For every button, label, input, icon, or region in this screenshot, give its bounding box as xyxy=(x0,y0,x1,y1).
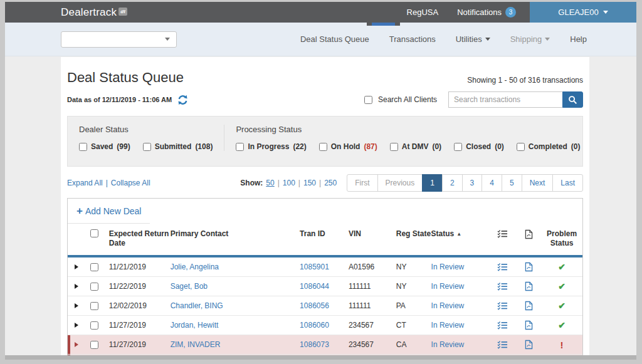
pdf-icon[interactable] xyxy=(525,301,533,311)
primary-contact-link[interactable]: Jordan, Hewitt xyxy=(171,321,219,330)
page-size-50[interactable]: 50 xyxy=(266,179,274,187)
primary-contact-link[interactable]: Saget, Bob xyxy=(171,282,208,291)
pdf-icon[interactable] xyxy=(525,340,533,350)
problem-status-ok-icon xyxy=(558,301,566,311)
filter-closed[interactable]: Closed (0) xyxy=(454,142,504,151)
page-size-150[interactable]: 150 xyxy=(303,179,316,187)
at-dmv-checkbox[interactable] xyxy=(390,143,398,151)
notifications-link[interactable]: Notifications 3 xyxy=(457,7,516,18)
nav-deal-status-queue[interactable]: Deal Status Queue xyxy=(300,34,369,44)
closed-checkbox[interactable] xyxy=(454,143,462,151)
pagination-last[interactable]: Last xyxy=(552,174,583,192)
checklist-icon[interactable] xyxy=(497,263,508,271)
row-checkbox[interactable] xyxy=(90,283,98,291)
tran-id-link[interactable]: 1085901 xyxy=(300,263,329,271)
primary-contact-link[interactable]: Chandler, BING xyxy=(171,301,223,310)
primary-contact-link[interactable]: ZIM, INVADER xyxy=(171,340,221,349)
pagination-page-5[interactable]: 5 xyxy=(502,174,522,192)
in-progress-checkbox[interactable] xyxy=(236,143,244,151)
expand-row-icon[interactable] xyxy=(75,323,78,328)
checklist-icon[interactable] xyxy=(497,301,508,310)
nav-shipping[interactable]: Shipping xyxy=(510,34,550,44)
submitted-checkbox[interactable] xyxy=(143,143,151,151)
filter-at-dmv[interactable]: At DMV (0) xyxy=(390,142,441,151)
checklist-icon[interactable] xyxy=(497,340,508,349)
dealer-status-section: Dealer Status Saved (99) Submitted (108) xyxy=(68,125,224,151)
reg-state-value: PA xyxy=(396,301,431,310)
processing-status-section: Processing Status In Progress (22) On Ho… xyxy=(224,125,589,151)
header-expected-return-date[interactable]: Expected Return Date xyxy=(109,229,171,248)
primary-contact-link[interactable]: Jolie, Angelina xyxy=(171,263,219,271)
filter-saved[interactable]: Saved (99) xyxy=(79,142,130,151)
data-as-of-text: Data as of 12/11/2019 - 11:06 AM xyxy=(67,96,172,103)
tran-id-link[interactable]: 1086060 xyxy=(300,321,329,330)
nav-help[interactable]: Help xyxy=(570,34,587,44)
checklist-icon[interactable] xyxy=(497,282,508,291)
pagination-page-3[interactable]: 3 xyxy=(462,174,483,192)
search-input[interactable] xyxy=(448,91,562,108)
filter-submitted[interactable]: Submitted (108) xyxy=(143,142,213,151)
search-all-clients-checkbox[interactable] xyxy=(364,96,372,104)
status-link[interactable]: In Review xyxy=(431,301,465,310)
header-reg-state[interactable]: Reg State xyxy=(396,229,431,239)
collapse-all-link[interactable]: Collapse All xyxy=(111,179,150,187)
pagination-page-2[interactable]: 2 xyxy=(442,174,463,192)
header-vin[interactable]: VIN xyxy=(349,229,396,239)
dealertrack-logo[interactable]: Dealertrack dt xyxy=(61,6,127,19)
pagination-previous[interactable]: Previous xyxy=(377,174,423,192)
status-link[interactable]: In Review xyxy=(431,263,465,271)
tran-id-link[interactable]: 1086044 xyxy=(300,282,329,291)
pdf-icon[interactable] xyxy=(525,281,533,291)
page-size-250[interactable]: 250 xyxy=(324,179,337,187)
search-button[interactable] xyxy=(562,91,583,108)
pagination-next[interactable]: Next xyxy=(522,174,554,192)
header-status[interactable]: Status ▲ xyxy=(431,229,489,239)
pagination-page-1[interactable]: 1 xyxy=(422,174,443,192)
filter-panel: Dealer Status Saved (99) Submitted (108)… xyxy=(67,116,583,167)
regusa-link[interactable]: RegUSA xyxy=(407,8,439,17)
completed-checkbox[interactable] xyxy=(517,143,525,151)
tran-id-link[interactable]: 1086073 xyxy=(300,340,329,349)
add-new-deal-button[interactable]: + Add New Deal xyxy=(68,199,150,224)
header-problem-status[interactable]: Problem Status xyxy=(541,229,582,248)
status-link[interactable]: In Review xyxy=(431,340,465,349)
expand-row-icon[interactable] xyxy=(75,303,78,308)
pdf-icon[interactable] xyxy=(525,262,533,272)
on-hold-checkbox[interactable] xyxy=(319,143,327,151)
refresh-icon[interactable] xyxy=(177,95,188,105)
nav-transactions[interactable]: Transactions xyxy=(389,34,436,44)
filter-on-hold[interactable]: On Hold (87) xyxy=(319,142,377,151)
reg-state-value: CT xyxy=(396,321,431,330)
page-size-100[interactable]: 100 xyxy=(283,179,295,187)
row-checkbox[interactable] xyxy=(90,302,98,310)
expand-row-icon[interactable] xyxy=(75,284,78,289)
expected-return-date: 11/22/2019 xyxy=(109,282,171,291)
row-checkbox[interactable] xyxy=(90,321,98,330)
filter-completed[interactable]: Completed (0) xyxy=(517,142,581,151)
problem-status-ok-icon xyxy=(558,320,566,330)
status-link[interactable]: In Review xyxy=(431,282,465,291)
expand-all-link[interactable]: Expand All xyxy=(67,179,103,187)
tran-id-link[interactable]: 1086056 xyxy=(300,301,329,310)
header-primary-contact[interactable]: Primary Contact xyxy=(171,229,300,239)
header-tran-id[interactable]: Tran ID xyxy=(300,229,349,239)
expand-row-icon[interactable] xyxy=(75,342,78,347)
saved-checkbox[interactable] xyxy=(79,143,87,151)
pagination-first[interactable]: First xyxy=(347,174,377,192)
filter-in-progress[interactable]: In Progress (22) xyxy=(236,142,306,151)
horizontal-scrollbar[interactable] xyxy=(5,355,636,360)
search-all-clients-label: Search All Clients xyxy=(378,95,437,104)
nav-utilities[interactable]: Utilities xyxy=(456,34,490,44)
pagination-page-4[interactable]: 4 xyxy=(482,174,502,192)
row-checkbox[interactable] xyxy=(90,341,98,349)
status-link[interactable]: In Review xyxy=(431,321,465,330)
user-menu[interactable]: GLEAJE00 xyxy=(530,2,636,23)
checklist-icon[interactable] xyxy=(497,321,508,330)
row-checkbox[interactable] xyxy=(90,263,98,271)
select-all-checkbox[interactable] xyxy=(90,229,98,237)
table-row: 11/22/2019 Saget, Bob 1086044 111111 NY … xyxy=(68,277,582,296)
vin-value: 234567 xyxy=(349,340,396,349)
pdf-icon[interactable] xyxy=(525,320,533,330)
expand-row-icon[interactable] xyxy=(75,264,78,269)
client-selector[interactable] xyxy=(61,31,177,48)
